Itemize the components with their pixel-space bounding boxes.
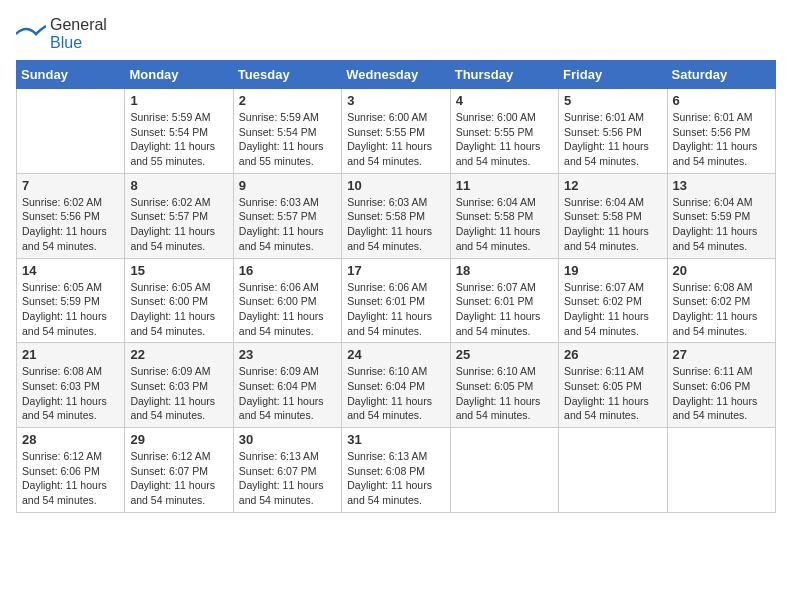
- day-number: 5: [564, 93, 661, 108]
- calendar-week-row: 14Sunrise: 6:05 AM Sunset: 5:59 PM Dayli…: [17, 258, 776, 343]
- day-info: Sunrise: 6:04 AM Sunset: 5:58 PM Dayligh…: [456, 195, 553, 254]
- day-number: 22: [130, 347, 227, 362]
- day-info: Sunrise: 5:59 AM Sunset: 5:54 PM Dayligh…: [239, 110, 336, 169]
- calendar-cell: 7Sunrise: 6:02 AM Sunset: 5:56 PM Daylig…: [17, 173, 125, 258]
- calendar-cell: [17, 89, 125, 174]
- day-info: Sunrise: 6:02 AM Sunset: 5:57 PM Dayligh…: [130, 195, 227, 254]
- calendar-cell: 11Sunrise: 6:04 AM Sunset: 5:58 PM Dayli…: [450, 173, 558, 258]
- day-number: 9: [239, 178, 336, 193]
- day-number: 24: [347, 347, 444, 362]
- day-info: Sunrise: 6:08 AM Sunset: 6:03 PM Dayligh…: [22, 364, 119, 423]
- day-info: Sunrise: 6:09 AM Sunset: 6:04 PM Dayligh…: [239, 364, 336, 423]
- calendar-table: SundayMondayTuesdayWednesdayThursdayFrid…: [16, 60, 776, 513]
- day-info: Sunrise: 6:08 AM Sunset: 6:02 PM Dayligh…: [673, 280, 770, 339]
- calendar-cell: 29Sunrise: 6:12 AM Sunset: 6:07 PM Dayli…: [125, 428, 233, 513]
- day-number: 8: [130, 178, 227, 193]
- calendar-cell: 4Sunrise: 6:00 AM Sunset: 5:55 PM Daylig…: [450, 89, 558, 174]
- day-info: Sunrise: 6:07 AM Sunset: 6:02 PM Dayligh…: [564, 280, 661, 339]
- day-number: 19: [564, 263, 661, 278]
- calendar-cell: 25Sunrise: 6:10 AM Sunset: 6:05 PM Dayli…: [450, 343, 558, 428]
- day-info: Sunrise: 6:01 AM Sunset: 5:56 PM Dayligh…: [564, 110, 661, 169]
- calendar-cell: 22Sunrise: 6:09 AM Sunset: 6:03 PM Dayli…: [125, 343, 233, 428]
- weekday-header-wednesday: Wednesday: [342, 61, 450, 89]
- day-number: 11: [456, 178, 553, 193]
- day-info: Sunrise: 6:13 AM Sunset: 6:07 PM Dayligh…: [239, 449, 336, 508]
- calendar-week-row: 1Sunrise: 5:59 AM Sunset: 5:54 PM Daylig…: [17, 89, 776, 174]
- weekday-header-monday: Monday: [125, 61, 233, 89]
- day-info: Sunrise: 6:10 AM Sunset: 6:05 PM Dayligh…: [456, 364, 553, 423]
- weekday-header-saturday: Saturday: [667, 61, 775, 89]
- calendar-week-row: 21Sunrise: 6:08 AM Sunset: 6:03 PM Dayli…: [17, 343, 776, 428]
- day-info: Sunrise: 6:06 AM Sunset: 6:01 PM Dayligh…: [347, 280, 444, 339]
- day-number: 4: [456, 93, 553, 108]
- day-info: Sunrise: 6:04 AM Sunset: 5:58 PM Dayligh…: [564, 195, 661, 254]
- day-info: Sunrise: 6:12 AM Sunset: 6:07 PM Dayligh…: [130, 449, 227, 508]
- weekday-header-friday: Friday: [559, 61, 667, 89]
- day-number: 3: [347, 93, 444, 108]
- day-info: Sunrise: 6:05 AM Sunset: 5:59 PM Dayligh…: [22, 280, 119, 339]
- calendar-cell: 16Sunrise: 6:06 AM Sunset: 6:00 PM Dayli…: [233, 258, 341, 343]
- calendar-cell: 6Sunrise: 6:01 AM Sunset: 5:56 PM Daylig…: [667, 89, 775, 174]
- day-number: 2: [239, 93, 336, 108]
- bird-icon: [16, 19, 46, 49]
- calendar-cell: 13Sunrise: 6:04 AM Sunset: 5:59 PM Dayli…: [667, 173, 775, 258]
- day-info: Sunrise: 6:11 AM Sunset: 6:05 PM Dayligh…: [564, 364, 661, 423]
- calendar-cell: 14Sunrise: 6:05 AM Sunset: 5:59 PM Dayli…: [17, 258, 125, 343]
- calendar-cell: 8Sunrise: 6:02 AM Sunset: 5:57 PM Daylig…: [125, 173, 233, 258]
- day-number: 15: [130, 263, 227, 278]
- day-info: Sunrise: 6:00 AM Sunset: 5:55 PM Dayligh…: [347, 110, 444, 169]
- day-number: 17: [347, 263, 444, 278]
- day-number: 1: [130, 93, 227, 108]
- day-number: 31: [347, 432, 444, 447]
- day-info: Sunrise: 6:07 AM Sunset: 6:01 PM Dayligh…: [456, 280, 553, 339]
- calendar-cell: 2Sunrise: 5:59 AM Sunset: 5:54 PM Daylig…: [233, 89, 341, 174]
- calendar-week-row: 7Sunrise: 6:02 AM Sunset: 5:56 PM Daylig…: [17, 173, 776, 258]
- calendar-cell: 9Sunrise: 6:03 AM Sunset: 5:57 PM Daylig…: [233, 173, 341, 258]
- day-number: 30: [239, 432, 336, 447]
- day-info: Sunrise: 6:03 AM Sunset: 5:57 PM Dayligh…: [239, 195, 336, 254]
- calendar-cell: [559, 428, 667, 513]
- calendar-cell: 5Sunrise: 6:01 AM Sunset: 5:56 PM Daylig…: [559, 89, 667, 174]
- calendar-cell: 30Sunrise: 6:13 AM Sunset: 6:07 PM Dayli…: [233, 428, 341, 513]
- logo-text-wrap: GeneralBlue: [50, 16, 107, 52]
- day-number: 21: [22, 347, 119, 362]
- calendar-cell: 28Sunrise: 6:12 AM Sunset: 6:06 PM Dayli…: [17, 428, 125, 513]
- calendar-week-row: 28Sunrise: 6:12 AM Sunset: 6:06 PM Dayli…: [17, 428, 776, 513]
- day-info: Sunrise: 6:12 AM Sunset: 6:06 PM Dayligh…: [22, 449, 119, 508]
- day-number: 12: [564, 178, 661, 193]
- calendar-cell: 23Sunrise: 6:09 AM Sunset: 6:04 PM Dayli…: [233, 343, 341, 428]
- day-info: Sunrise: 6:10 AM Sunset: 6:04 PM Dayligh…: [347, 364, 444, 423]
- day-info: Sunrise: 6:13 AM Sunset: 6:08 PM Dayligh…: [347, 449, 444, 508]
- day-info: Sunrise: 6:00 AM Sunset: 5:55 PM Dayligh…: [456, 110, 553, 169]
- day-number: 27: [673, 347, 770, 362]
- day-info: Sunrise: 6:02 AM Sunset: 5:56 PM Dayligh…: [22, 195, 119, 254]
- calendar-cell: 18Sunrise: 6:07 AM Sunset: 6:01 PM Dayli…: [450, 258, 558, 343]
- day-number: 13: [673, 178, 770, 193]
- calendar-cell: [450, 428, 558, 513]
- weekday-header-tuesday: Tuesday: [233, 61, 341, 89]
- day-info: Sunrise: 6:09 AM Sunset: 6:03 PM Dayligh…: [130, 364, 227, 423]
- day-number: 16: [239, 263, 336, 278]
- weekday-header-thursday: Thursday: [450, 61, 558, 89]
- day-info: Sunrise: 6:11 AM Sunset: 6:06 PM Dayligh…: [673, 364, 770, 423]
- day-info: Sunrise: 5:59 AM Sunset: 5:54 PM Dayligh…: [130, 110, 227, 169]
- calendar-cell: 1Sunrise: 5:59 AM Sunset: 5:54 PM Daylig…: [125, 89, 233, 174]
- day-number: 29: [130, 432, 227, 447]
- weekday-header-sunday: Sunday: [17, 61, 125, 89]
- calendar-cell: 17Sunrise: 6:06 AM Sunset: 6:01 PM Dayli…: [342, 258, 450, 343]
- calendar-cell: 20Sunrise: 6:08 AM Sunset: 6:02 PM Dayli…: [667, 258, 775, 343]
- calendar-cell: 26Sunrise: 6:11 AM Sunset: 6:05 PM Dayli…: [559, 343, 667, 428]
- day-number: 23: [239, 347, 336, 362]
- calendar-cell: 31Sunrise: 6:13 AM Sunset: 6:08 PM Dayli…: [342, 428, 450, 513]
- calendar-cell: 21Sunrise: 6:08 AM Sunset: 6:03 PM Dayli…: [17, 343, 125, 428]
- day-info: Sunrise: 6:06 AM Sunset: 6:00 PM Dayligh…: [239, 280, 336, 339]
- calendar-cell: 3Sunrise: 6:00 AM Sunset: 5:55 PM Daylig…: [342, 89, 450, 174]
- calendar-cell: 12Sunrise: 6:04 AM Sunset: 5:58 PM Dayli…: [559, 173, 667, 258]
- calendar-cell: 10Sunrise: 6:03 AM Sunset: 5:58 PM Dayli…: [342, 173, 450, 258]
- day-number: 10: [347, 178, 444, 193]
- day-number: 14: [22, 263, 119, 278]
- day-number: 20: [673, 263, 770, 278]
- day-number: 7: [22, 178, 119, 193]
- calendar-cell: 27Sunrise: 6:11 AM Sunset: 6:06 PM Dayli…: [667, 343, 775, 428]
- weekday-header-row: SundayMondayTuesdayWednesdayThursdayFrid…: [17, 61, 776, 89]
